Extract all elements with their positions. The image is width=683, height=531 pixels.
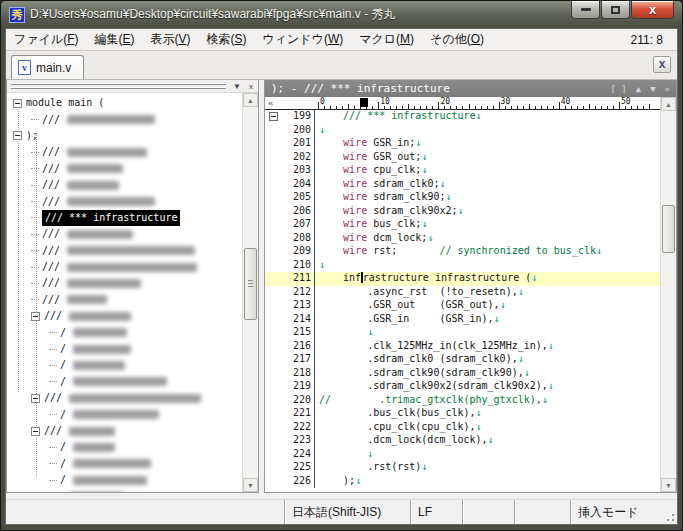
code-line-211[interactable]: 211 infrastructure infrastructure (↓ [265, 272, 660, 286]
outline-item[interactable]: /// [7, 226, 242, 242]
scroll-down-icon[interactable]: ▼ [243, 478, 258, 492]
collapse-expander-icon[interactable] [13, 131, 22, 140]
outline-item[interactable]: / [7, 472, 242, 488]
outline-item[interactable]: module main ( [7, 95, 242, 111]
code-line-202[interactable]: 202 wire GSR_out;↓ [265, 151, 660, 165]
sidebar-scrollbar[interactable]: ▲ ▼ [242, 93, 258, 492]
menu-item[interactable]: 編集(E) [86, 29, 142, 50]
menu-item[interactable]: その他(O) [422, 29, 492, 50]
code-line-208[interactable]: 208 wire dcm_lock;↓ [265, 232, 660, 246]
outline-item[interactable]: / [7, 341, 242, 357]
tab-main-v[interactable]: v main.v [11, 55, 84, 79]
outline-item[interactable]: / [7, 406, 242, 422]
menu-item[interactable]: ファイル(F) [6, 29, 86, 50]
code-line-224[interactable]: 224 ↓ [265, 448, 660, 462]
code-line-199[interactable]: 199 /// *** infrastructure↓ [265, 110, 660, 124]
outline-item[interactable]: /// [7, 161, 242, 177]
outline-item[interactable]: /// [7, 275, 242, 291]
menu-item[interactable]: マクロ(M) [351, 29, 422, 50]
sidebar-grip[interactable] [11, 83, 226, 90]
collapse-expander-icon[interactable] [31, 312, 40, 321]
outline-item[interactable]: /// [7, 243, 242, 259]
collapse-expander-icon[interactable] [13, 99, 22, 108]
outline-item-label: ); [26, 128, 38, 144]
ruler-tick [583, 106, 584, 109]
code-line-215[interactable]: 215 ↓ [265, 326, 660, 340]
outline-item-label: /// [42, 144, 60, 160]
code-line-226[interactable]: 226 );↓ [265, 475, 660, 489]
scroll-up-icon[interactable]: ▲ [661, 97, 676, 111]
tree-connector [49, 480, 57, 481]
fold-collapse-icon[interactable] [269, 112, 278, 121]
menu-item[interactable]: ウィンドウ(W) [255, 29, 352, 50]
code-line-221[interactable]: 221 .bus_clk(bus_clk),↓ [265, 407, 660, 421]
outline-item-selected[interactable]: /// *** infrastructure [7, 210, 242, 226]
code-line-223[interactable]: 223 .dcm_lock(dcm_lock),↓ [265, 434, 660, 448]
outline-item[interactable]: /// [7, 390, 242, 406]
outline-item[interactable]: /// [7, 488, 242, 492]
bracket-icon[interactable]: [ ] [610, 84, 626, 94]
fold-margin [265, 164, 285, 178]
sidebar-dropdown-button[interactable]: ▼ [230, 81, 244, 92]
outline-item-label: / [60, 472, 66, 488]
outline-item[interactable]: / [7, 324, 242, 340]
code-line-213[interactable]: 213 .GSR_out (GSR_out),↓ [265, 299, 660, 313]
outline-item[interactable]: /// [7, 259, 242, 275]
menu-item[interactable]: 表示(V) [142, 29, 198, 50]
code-line-200[interactable]: 200↓ [265, 124, 660, 138]
outline-item[interactable]: /// [7, 193, 242, 209]
more-icon[interactable]: » [665, 84, 670, 94]
code-line-207[interactable]: 207 wire bus_clk;↓ [265, 218, 660, 232]
code-line-222[interactable]: 222 .cpu_clk(cpu_clk),↓ [265, 421, 660, 435]
outline-item[interactable]: /// [7, 308, 242, 324]
close-button[interactable]: x [631, 1, 674, 19]
code-line-219[interactable]: 219 .sdram_clk90x2(sdram_clk90x2),↓ [265, 380, 660, 394]
code-line-216[interactable]: 216 .clk_125MHz_in(clk_125MHz_in),↓ [265, 340, 660, 354]
outline-item[interactable]: /// [7, 111, 242, 127]
outline-item[interactable]: / [7, 357, 242, 373]
outline-item[interactable]: / [7, 439, 242, 455]
collapse-margin-icon[interactable]: « [268, 98, 273, 108]
outline-item[interactable]: /// [7, 144, 242, 160]
code-line-212[interactable]: 212 .async_rst (!to_resetn),↓ [265, 286, 660, 300]
blurred-text [73, 345, 131, 354]
menu-item[interactable]: 検索(S) [199, 29, 255, 50]
resize-grip[interactable] [663, 500, 677, 524]
fold-margin [265, 259, 285, 273]
outline-item-label: / [60, 407, 66, 423]
editor-scrollbar[interactable]: ▲ ▼ [660, 97, 676, 492]
code-line-218[interactable]: 218 .sdram_clk90(sdram_clk90),↓ [265, 367, 660, 381]
code-line-203[interactable]: 203 wire cpu_clk;↓ [265, 164, 660, 178]
editor-scroll-thumb[interactable] [662, 205, 675, 253]
code-line-201[interactable]: 201 wire GSR_in;↓ [265, 137, 660, 151]
code-line-205[interactable]: 205 wire sdram_clk90;↓ [265, 191, 660, 205]
code-line-225[interactable]: 225 .rst(rst)↓ [265, 461, 660, 475]
collapse-expander-icon[interactable] [31, 394, 40, 403]
code-area[interactable]: 199 /// *** infrastructure↓200↓201 wire … [265, 110, 660, 492]
maximize-button[interactable] [601, 1, 630, 19]
code-line-206[interactable]: 206 wire sdram_clk90x2;↓ [265, 205, 660, 219]
sidebar-scroll-thumb[interactable] [244, 248, 257, 320]
outline-item[interactable]: / [7, 456, 242, 472]
code-line-210[interactable]: 210↓ [265, 259, 660, 273]
tabbar-close-button[interactable]: x [653, 56, 671, 73]
code-line-209[interactable]: 209 wire rst; // synchronized to bus_clk… [265, 245, 660, 259]
jump-down-icon[interactable]: ▼ [650, 84, 655, 94]
status-cell-4 [514, 500, 570, 524]
outline-item[interactable]: /// [7, 177, 242, 193]
scroll-up-icon[interactable]: ▲ [243, 93, 258, 107]
outline-item[interactable]: / [7, 374, 242, 390]
line-number: 209 [285, 245, 315, 259]
code-line-204[interactable]: 204 wire sdram_clk0;↓ [265, 178, 660, 192]
sidebar-close-button[interactable]: x [244, 81, 258, 92]
outline-item[interactable]: ); [7, 128, 242, 144]
code-line-220[interactable]: 220// .trimac_gtxclk(phy_gtxclk),↓ [265, 394, 660, 408]
minimize-button[interactable] [571, 1, 600, 19]
scroll-down-icon[interactable]: ▼ [661, 478, 676, 492]
collapse-expander-icon[interactable] [31, 427, 40, 436]
code-line-217[interactable]: 217 .sdram_clk0 (sdram_clk0),↓ [265, 353, 660, 367]
jump-up-icon[interactable]: ▲ [636, 84, 641, 94]
outline-item[interactable]: /// [7, 292, 242, 308]
outline-item[interactable]: /// [7, 423, 242, 439]
code-line-214[interactable]: 214 .GSR_in (GSR_in),↓ [265, 313, 660, 327]
